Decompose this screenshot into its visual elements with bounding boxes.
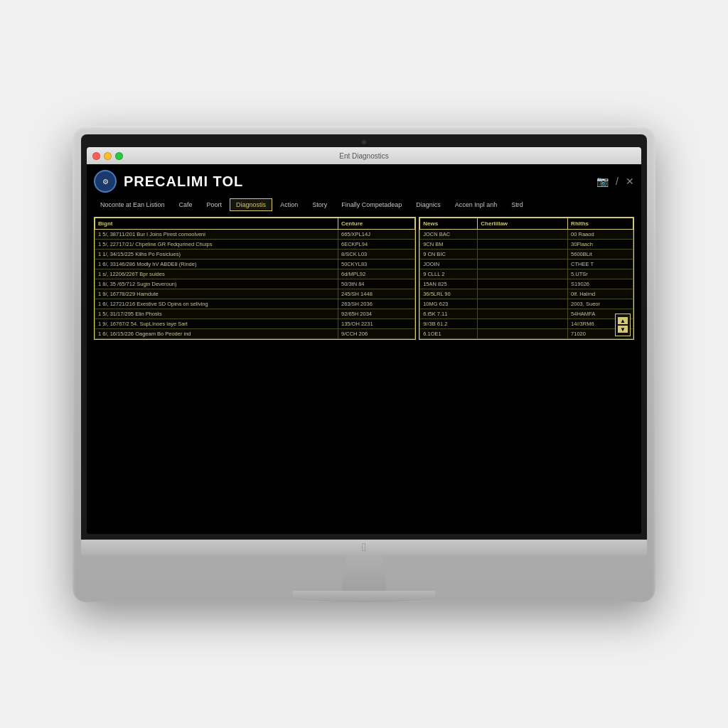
close-button[interactable] xyxy=(92,152,100,160)
left-table-wrapper: Bignt Centure 1 5/, 38711/201 Bur I Join… xyxy=(94,217,416,340)
event-cell: 1 9/, 16778/229 Hamdute xyxy=(95,289,338,299)
nav-tab-9[interactable]: Strd xyxy=(505,198,530,211)
law-cell xyxy=(478,230,568,240)
right-table-row: 36/5LRL 900lf. Halrnd xyxy=(420,289,633,299)
header-icons: 📷 / ✕ xyxy=(596,176,634,187)
nav-tab-3[interactable]: Diagnostis xyxy=(230,198,272,211)
code-cell: 6d/MPL92 xyxy=(338,269,415,279)
titlebar-title: Ent Diagnostics xyxy=(339,152,388,160)
right-table-row: 9//3B 61.214//3RM6 xyxy=(420,319,633,329)
nav-tab-0[interactable]: Noconte at Ean Listion xyxy=(94,198,171,211)
news-cell: 9 CN BIC xyxy=(420,250,478,259)
scroll-up-button[interactable]: ▲ xyxy=(618,317,628,324)
col-cherilillaw: Cherlillaw xyxy=(478,218,568,230)
result-cell: 00 Raaod xyxy=(568,230,633,240)
left-table-row: 1 5/, 22717/21/ Chpeline GR Fedqurined C… xyxy=(95,240,415,250)
news-cell: 6.1OE1 xyxy=(420,329,478,339)
tables-container: Bignt Centure 1 5/, 38711/201 Bur I Join… xyxy=(94,217,634,340)
app-content: ⚙ PRECALIMI TOL 📷 / ✕ Noconte at Ean Lis… xyxy=(87,164,641,534)
right-table-row: 9 CN BIC5600BLit xyxy=(420,250,633,259)
nav-tabs: Noconte at Ean ListionCafePoortDiagnosti… xyxy=(94,198,634,211)
nav-tab-8[interactable]: Accen Inpl anh xyxy=(449,198,504,211)
right-table-row: 15AN 825S19026 xyxy=(420,279,633,289)
col-rhlths: Rhlths xyxy=(568,218,633,230)
law-cell xyxy=(478,309,568,319)
screen-bezel: Ent Diagnostics ⚙ PRECALIMI TOL 📷 / ✕ No… xyxy=(81,134,647,540)
left-table-row: 1 5/, 31/17/295 Elin Phosts92/65H 2034 xyxy=(95,309,415,319)
close-icon[interactable]: ✕ xyxy=(626,176,634,187)
news-cell: 9 CLLL 2 xyxy=(420,269,478,279)
law-cell xyxy=(478,259,568,269)
event-cell: 1 s/, 12206/226T Bpr suides xyxy=(95,269,338,279)
app-logo: ⚙ xyxy=(94,170,117,193)
code-cell: 92/65H 2034 xyxy=(338,309,415,319)
news-cell: 9//3B 61.2 xyxy=(420,319,478,329)
nav-tab-2[interactable]: Poort xyxy=(200,198,229,211)
news-cell: 9CN BM xyxy=(420,240,478,250)
result-cell: CTHEE T xyxy=(568,259,633,269)
monitor-chin:  xyxy=(81,540,647,555)
nav-tab-5[interactable]: Story xyxy=(306,198,333,211)
code-cell: 50/3tN 84 xyxy=(338,279,415,289)
col-news: News xyxy=(420,218,478,230)
nav-tab-1[interactable]: Cafe xyxy=(173,198,199,211)
col-centure: Centure xyxy=(338,218,415,230)
event-cell: 1 8/, 35 /65/712 Sugin Deveroun) xyxy=(95,279,338,289)
event-cell: 1 9/, 16767/2 54. SupLInoes laye Sart xyxy=(95,319,338,329)
nav-tab-4[interactable]: Action xyxy=(274,198,304,211)
law-cell xyxy=(478,319,568,329)
code-cell: 6ECKPL94 xyxy=(338,240,415,250)
news-cell: JOCN BAC xyxy=(420,230,478,240)
right-table-row: JOOINCTHEE T xyxy=(420,259,633,269)
law-cell xyxy=(478,299,568,309)
event-cell: 1 5/, 31/17/295 Elin Phosts xyxy=(95,309,338,319)
right-table-row: 9CN BM30Flaach xyxy=(420,240,633,250)
left-table-row: 1 s/, 12206/226T Bpr suides6d/MPL92 xyxy=(95,269,415,279)
result-cell: 2003, Sueor xyxy=(568,299,633,309)
left-table-row: 1 6/, 16/15/226 Oageam Bo Peoder ind9/CC… xyxy=(95,329,415,339)
law-cell xyxy=(478,250,568,259)
left-table-row: 1 6/, 33146/286 Modly hV ABDE8 (Rinde)50… xyxy=(95,259,415,269)
left-table-row: 1 8/, 35 /65/712 Sugin Deveroun)50/3tN 8… xyxy=(95,279,415,289)
stand-base xyxy=(293,591,435,602)
law-cell xyxy=(478,289,568,299)
camera-icon[interactable]: 📷 xyxy=(596,176,609,187)
app-title: PRECALIMI TOL xyxy=(124,173,243,190)
law-cell xyxy=(478,279,568,289)
news-cell: 10MG 623 xyxy=(420,299,478,309)
left-table-row: 1 9/, 16778/229 Hamdute245/SH 1448 xyxy=(95,289,415,299)
right-table-row: JOCN BAC00 Raaod xyxy=(420,230,633,240)
nav-tab-7[interactable]: Diagnics xyxy=(410,198,447,211)
stand-neck xyxy=(336,555,392,591)
left-table-row: 1 5/, 38711/201 Bur I Joins Pirest comoo… xyxy=(95,230,415,240)
maximize-button[interactable] xyxy=(115,152,123,160)
result-cell: 30Flaach xyxy=(568,240,633,250)
code-cell: 135/OH 2231 xyxy=(338,319,415,329)
code-cell: 9/CCH 206 xyxy=(338,329,415,339)
app-header: ⚙ PRECALIMI TOL 📷 / ✕ xyxy=(94,170,634,193)
news-cell: JOOIN xyxy=(420,259,478,269)
left-table: Bignt Centure 1 5/, 38711/201 Bur I Join… xyxy=(95,218,415,339)
right-table-row: 6.t5K 7.1154HAMFA xyxy=(420,309,633,319)
law-cell xyxy=(478,240,568,250)
code-cell: 50CKYL83 xyxy=(338,259,415,269)
nav-tab-6[interactable]: Finally Competadeap xyxy=(335,198,408,211)
code-cell: 665/XPL14J xyxy=(338,230,415,240)
screen: Ent Diagnostics ⚙ PRECALIMI TOL 📷 / ✕ No… xyxy=(87,147,641,534)
code-cell: 8/SCK L03 xyxy=(338,250,415,259)
right-table-row: 6.1OE171020 xyxy=(420,329,633,339)
minimize-button[interactable] xyxy=(104,152,112,160)
event-cell: 1 1/, 34/15/225 Kilhs Po Fosiclues) xyxy=(95,250,338,259)
law-cell xyxy=(478,329,568,339)
event-cell: 1 5/, 38711/201 Bur I Joins Pirest comoo… xyxy=(95,230,338,240)
scroll-down-button[interactable]: ▼ xyxy=(618,326,628,333)
news-cell: 36/5LRL 90 xyxy=(420,289,478,299)
col-bignt: Bignt xyxy=(95,218,338,230)
code-cell: 245/SH 1448 xyxy=(338,289,415,299)
code-cell: 263/SH 2036 xyxy=(338,299,415,309)
edit-icon[interactable]: / xyxy=(616,176,619,187)
event-cell: 1 5/, 22717/21/ Chpeline GR Fedqurined C… xyxy=(95,240,338,250)
left-table-row: 1 9/, 16767/2 54. SupLInoes laye Sart135… xyxy=(95,319,415,329)
result-cell: 0lf. Halrnd xyxy=(568,289,633,299)
right-table-row: 10MG 6232003, Sueor xyxy=(420,299,633,309)
